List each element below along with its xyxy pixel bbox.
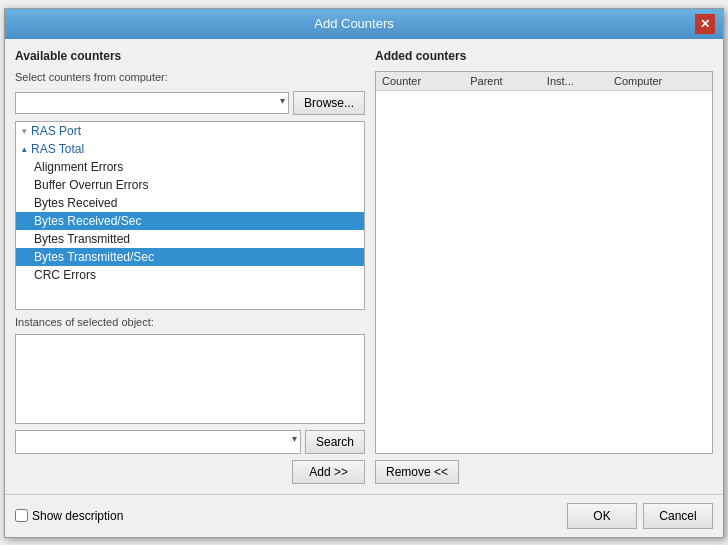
instances-label: Instances of selected object: [15,316,365,328]
remove-button[interactable]: Remove << [375,460,459,484]
expand-icon: ▴ [22,144,27,154]
computer-select-wrapper[interactable] [15,92,289,114]
col-parent: Parent [464,72,541,91]
list-item-buffer-overrun-errors[interactable]: Buffer Overrun Errors [16,176,364,194]
list-item-crc-errors[interactable]: CRC Errors [16,266,364,284]
dialog-body: Available counters Select counters from … [5,39,723,494]
add-button[interactable]: Add >> [292,460,365,484]
added-counters-box[interactable]: Counter Parent Inst... Computer [375,71,713,454]
computer-select-label: Select counters from computer: [15,71,365,83]
computer-row: Browse... [15,91,365,115]
list-item-bytes-transmitted[interactable]: Bytes Transmitted [16,230,364,248]
add-counters-dialog: Add Counters ✕ Available counters Select… [4,8,724,538]
title-bar: Add Counters ✕ [5,9,723,39]
list-item-alignment-errors[interactable]: Alignment Errors [16,158,364,176]
remove-row: Remove << [375,460,713,484]
left-panel: Available counters Select counters from … [15,49,365,484]
ras-port-label: RAS Port [31,124,81,138]
computer-select[interactable] [15,92,289,114]
add-row: Add >> [15,460,365,484]
col-inst: Inst... [541,72,608,91]
show-description-checkbox[interactable] [15,509,28,522]
list-item-bytes-received-sec[interactable]: Bytes Received/Sec [16,212,364,230]
added-counters-table: Counter Parent Inst... Computer [376,72,712,91]
col-computer: Computer [608,72,712,91]
added-counters-label: Added counters [375,49,713,63]
list-item-ras-port[interactable]: ▾ RAS Port [16,122,364,140]
search-select[interactable] [15,430,301,454]
available-counters-label: Available counters [15,49,365,63]
ok-cancel-buttons: OK Cancel [567,503,713,529]
ras-total-label: RAS Total [31,142,84,156]
right-panel: Added counters Counter Parent Inst... Co… [375,49,713,484]
cancel-button[interactable]: Cancel [643,503,713,529]
ok-button[interactable]: OK [567,503,637,529]
instances-box[interactable] [15,334,365,424]
list-item-bytes-transmitted-sec[interactable]: Bytes Transmitted/Sec [16,248,364,266]
list-item-bytes-received[interactable]: Bytes Received [16,194,364,212]
counters-list[interactable]: ▾ RAS Port ▴ RAS Total Alignment Errors … [15,121,365,310]
show-description-row: Show description [15,509,123,523]
collapse-icon: ▾ [22,126,27,136]
close-button[interactable]: ✕ [695,14,715,34]
search-select-wrapper[interactable] [15,430,301,454]
col-counter: Counter [376,72,464,91]
show-description-label: Show description [32,509,123,523]
list-item-ras-total[interactable]: ▴ RAS Total [16,140,364,158]
bottom-row: Show description OK Cancel [5,494,723,537]
search-row: Search [15,430,365,454]
browse-button[interactable]: Browse... [293,91,365,115]
search-button[interactable]: Search [305,430,365,454]
dialog-title: Add Counters [33,16,675,31]
